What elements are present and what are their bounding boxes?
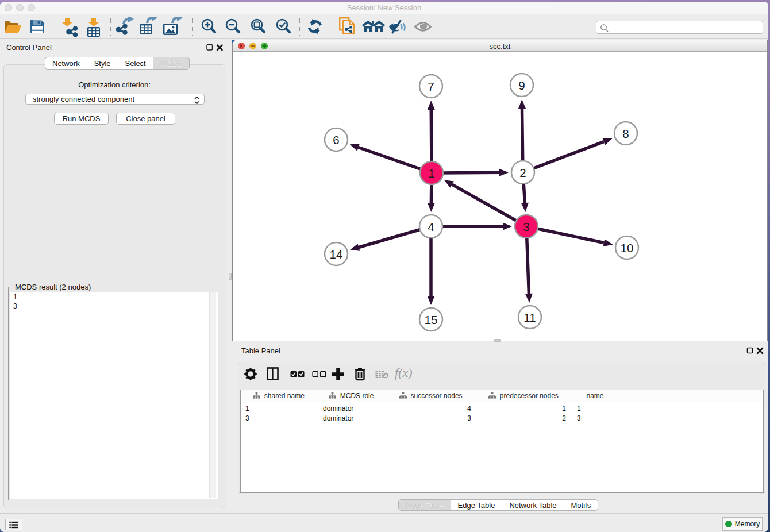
svg-text:15: 15	[425, 313, 438, 326]
svg-text:6: 6	[333, 133, 339, 147]
svg-text:10: 10	[621, 241, 634, 255]
svg-text:11: 11	[523, 311, 536, 324]
svg-text:8: 8	[622, 127, 629, 140]
svg-text:4: 4	[428, 220, 434, 233]
svg-text:7: 7	[428, 80, 434, 93]
svg-text:1: 1	[428, 167, 434, 180]
svg-text:9: 9	[518, 79, 525, 92]
svg-text:14: 14	[330, 248, 343, 261]
svg-text:3: 3	[523, 220, 529, 233]
svg-text:2: 2	[519, 166, 526, 179]
